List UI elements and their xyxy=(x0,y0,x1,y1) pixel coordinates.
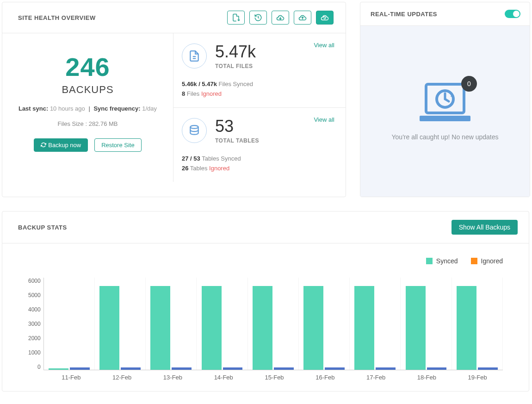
updates-count-badge: 0 xyxy=(461,76,477,92)
sync-freq-label: Sync frequency: xyxy=(93,105,140,112)
bar-ignored xyxy=(274,367,294,370)
bar-ignored xyxy=(172,367,192,370)
backup-chart: 6000500040003000200010000 xyxy=(28,278,503,370)
total-files-count: 5.47k xyxy=(215,44,256,60)
cloud-upload-icon[interactable] xyxy=(294,11,311,25)
backups-summary: 246 BACKUPS Last sync: 10 hours ago | Sy… xyxy=(2,33,173,182)
meta-divider: | xyxy=(88,105,90,112)
bar-synced xyxy=(354,286,374,370)
realtime-toggle[interactable] xyxy=(505,10,520,18)
backup-now-label: Backup now xyxy=(48,142,81,149)
bar-group xyxy=(452,278,503,370)
realtime-updates-title: REAL-TIME UPDATES xyxy=(371,11,437,18)
last-sync-value: 10 hours ago xyxy=(50,105,85,112)
bar-synced xyxy=(150,286,170,370)
bar-synced xyxy=(99,286,119,370)
backup-now-button[interactable]: Backup now xyxy=(34,138,88,152)
bar-group xyxy=(350,278,401,370)
bar-group xyxy=(299,278,350,370)
realtime-updates-card: REAL-TIME UPDATES 0 You're all caught up… xyxy=(360,2,530,197)
cloud-sync-icon[interactable] xyxy=(316,11,334,25)
bar-group xyxy=(248,278,299,370)
updates-illustration: 0 xyxy=(420,82,470,124)
files-size-label: Files Size : xyxy=(57,120,87,127)
bar-synced xyxy=(303,286,323,370)
y-tick: 4000 xyxy=(28,306,41,313)
backups-label: BACKUPS xyxy=(12,84,164,96)
svg-point-4 xyxy=(190,125,198,129)
legend-ignored: Ignored xyxy=(471,257,503,265)
bar-group xyxy=(401,278,452,370)
y-tick: 6000 xyxy=(28,278,41,284)
backup-meta: Last sync: 10 hours ago | Sync frequency… xyxy=(12,105,164,112)
bar-synced xyxy=(457,286,476,370)
site-health-title: SITE HEALTH OVERVIEW xyxy=(18,14,96,21)
x-tick: 13-Feb xyxy=(148,370,198,381)
updates-message: You're all caught up! No new updates xyxy=(392,133,499,141)
backup-stats-card: BACKUP STATS Show All Backups Synced Ign… xyxy=(2,211,529,392)
site-health-card: SITE HEALTH OVERVIEW xyxy=(2,2,346,197)
y-tick: 0 xyxy=(28,364,41,370)
bar-ignored xyxy=(70,367,90,370)
show-all-backups-button[interactable]: Show All Backups xyxy=(452,220,518,235)
files-ignored-count: 8 xyxy=(182,90,185,97)
total-tables-count: 53 xyxy=(215,118,259,135)
files-block: View all 5.47k TOTAL FILES 5.46k / 5.47k… xyxy=(173,33,346,108)
restore-site-button[interactable]: Restore Site xyxy=(94,138,142,152)
tables-synced-counts: 27 / 53 xyxy=(182,155,200,162)
y-tick: 1000 xyxy=(28,349,41,356)
tables-block: View all 53 TOTAL TABLES 27 / 53 Tables … xyxy=(173,108,346,182)
svg-rect-6 xyxy=(420,116,470,121)
files-view-all-link[interactable]: View all xyxy=(314,42,334,49)
database-icon xyxy=(182,118,207,143)
sync-freq-value: 1/day xyxy=(142,105,157,112)
x-tick: 12-Feb xyxy=(97,370,148,381)
total-tables-label: TOTAL TABLES xyxy=(215,137,259,144)
files-synced-counts: 5.46k / 5.47k xyxy=(182,81,217,87)
x-tick: 16-Feb xyxy=(300,370,351,381)
total-files-label: TOTAL FILES xyxy=(215,63,256,69)
files-synced-suffix: Files Synced xyxy=(219,81,253,87)
tables-ignored-label: Ignored xyxy=(209,165,229,172)
x-tick: 17-Feb xyxy=(351,370,402,381)
files-size-value: 282.76 MB xyxy=(89,120,118,127)
x-tick: 19-Feb xyxy=(452,370,503,381)
bar-synced xyxy=(49,368,68,370)
backups-count: 246 xyxy=(12,52,164,82)
last-sync-label: Last sync: xyxy=(19,105,48,112)
y-tick: 5000 xyxy=(28,292,41,298)
y-tick: 2000 xyxy=(28,335,41,342)
bar-group xyxy=(146,278,197,370)
bar-group xyxy=(95,278,146,370)
bar-synced xyxy=(202,286,222,370)
backup-stats-title: BACKUP STATS xyxy=(18,224,67,231)
file-icon xyxy=(182,44,207,68)
x-tick: 11-Feb xyxy=(46,370,97,381)
x-tick: 15-Feb xyxy=(249,370,300,381)
bar-synced xyxy=(406,286,426,370)
x-tick: 18-Feb xyxy=(401,370,452,381)
tables-ignored-mid: Tables xyxy=(190,165,208,172)
files-ignored-mid: Files xyxy=(187,90,199,97)
bar-ignored xyxy=(223,367,243,370)
y-tick: 3000 xyxy=(28,321,41,327)
bar-ignored xyxy=(427,367,447,370)
bar-ignored xyxy=(325,367,345,370)
file-export-icon[interactable] xyxy=(227,11,245,25)
bar-ignored xyxy=(478,367,498,370)
tables-view-all-link[interactable]: View all xyxy=(314,116,334,123)
x-tick: 14-Feb xyxy=(198,370,249,381)
history-icon[interactable] xyxy=(249,11,267,25)
bar-synced xyxy=(253,286,272,370)
tables-ignored-count: 26 xyxy=(182,165,188,172)
legend-synced: Synced xyxy=(426,257,458,265)
tables-synced-suffix: Tables Synced xyxy=(202,155,241,162)
bar-ignored xyxy=(376,367,396,370)
chart-legend: Synced Ignored xyxy=(28,257,503,265)
files-ignored-label: Ignored xyxy=(201,90,222,97)
bar-ignored xyxy=(121,367,141,370)
health-action-row xyxy=(227,11,334,25)
cloud-download-icon[interactable] xyxy=(272,11,289,25)
bar-group xyxy=(197,278,247,370)
bar-group xyxy=(44,278,95,370)
